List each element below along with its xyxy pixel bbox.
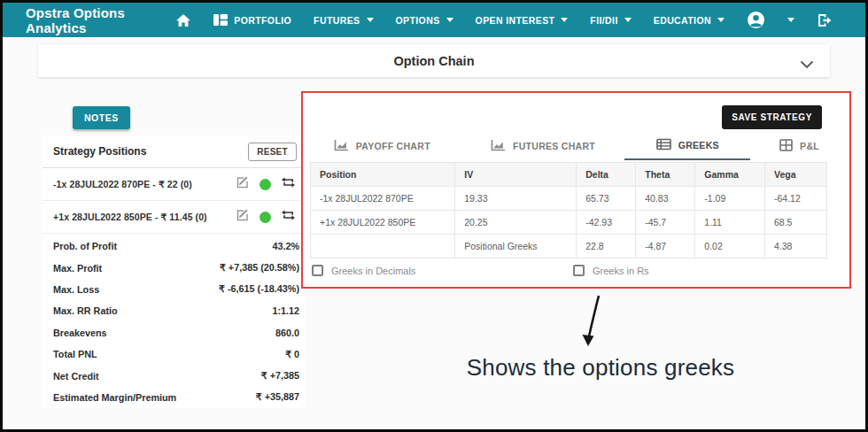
greeks-panel: SAVE STRATEGY PAYOFF CHART FUTURES CHART… <box>303 93 849 287</box>
nav-item-label: PORTFOLIO <box>234 15 291 26</box>
column-header: Position <box>311 163 455 187</box>
stat-label: Prob. of Profit <box>53 241 117 251</box>
nav-item-fiidii[interactable]: FII/DII <box>590 15 631 26</box>
table-cell: Positional Greeks <box>455 235 577 258</box>
stat-label: Total PNL <box>53 349 97 359</box>
caret-down-icon <box>624 18 632 22</box>
stat-value: ₹ 0 <box>285 349 299 360</box>
position-row: +1x 28JUL2022 850PE - ₹ 11.45 (0) <box>43 201 305 234</box>
checkbox-label: Greeks in Decimals <box>331 266 415 276</box>
table-cell <box>311 235 455 258</box>
greeks-in-decimals-checkbox[interactable]: Greeks in Decimals <box>312 265 573 276</box>
option-chain-title: Option Chain <box>393 54 474 68</box>
greeks-table: Position IV Delta Theta Gamma Vega -1x 2… <box>310 162 827 258</box>
home-icon <box>175 13 191 27</box>
table-cell: 68.5 <box>765 211 827 235</box>
nav-item-options[interactable]: OPTIONS <box>396 15 453 26</box>
edit-icon[interactable] <box>236 208 250 226</box>
column-header: IV <box>455 163 577 187</box>
account-button[interactable] <box>747 11 765 29</box>
caret-down-icon <box>717 18 725 22</box>
table-row: +1x 28JUL2022 850PE 20.25 -42.93 -45.7 1… <box>311 211 827 235</box>
stat-label: Max. Loss <box>53 284 99 295</box>
app-title: Opstra Options Analytics <box>26 5 175 35</box>
status-dot-icon[interactable] <box>260 212 271 223</box>
reset-button[interactable]: RESET <box>248 143 297 161</box>
table-cell: 65.73 <box>577 187 636 211</box>
stat-row: Max. Loss ₹ -6,615 (-18.43%) <box>43 279 305 300</box>
option-chain-bar[interactable]: Option Chain <box>38 44 830 77</box>
caret-down-icon <box>446 18 453 22</box>
stat-value: 43.2% <box>272 241 299 251</box>
nav-item-portfolio[interactable]: PORTFOLIO <box>213 14 291 26</box>
home-button[interactable] <box>175 13 191 27</box>
stat-row: Total PNL ₹ 0 <box>43 343 305 365</box>
stat-row: Max. RR Ratio 1:1.12 <box>43 300 305 321</box>
stat-value: ₹ +7,385 (20.58%) <box>220 262 299 274</box>
strategy-stats: Prob. of Profit 43.2% Max. Profit ₹ +7,3… <box>43 234 305 408</box>
logout-button[interactable] <box>817 13 833 27</box>
table-row: -1x 28JUL2022 870PE 19.33 65.73 40.83 -1… <box>311 187 827 211</box>
area-chart-icon <box>491 139 506 153</box>
checkbox-icon[interactable] <box>312 265 323 276</box>
notes-button[interactable]: NOTES <box>73 106 130 129</box>
grid-icon <box>213 14 228 26</box>
nav-item-education[interactable]: EDUCATION <box>654 15 725 26</box>
status-dot-icon[interactable] <box>260 179 271 190</box>
account-menu-toggle[interactable] <box>787 18 794 22</box>
table-cell: -64.12 <box>765 187 827 211</box>
stat-label: Estimated Margin/Premium <box>53 392 176 403</box>
chevron-down-icon[interactable] <box>800 57 814 73</box>
checkbox-label: Greeks in Rs <box>593 266 649 276</box>
table-cell: 40.83 <box>636 187 695 211</box>
app-window: Opstra Options Analytics PORTFOLIO FUTUR… <box>0 0 868 432</box>
tab-label: GREEKS <box>678 140 719 150</box>
tab-payoff-chart[interactable]: PAYOFF CHART <box>303 132 461 160</box>
nav-item-label: OPEN INTEREST <box>476 15 555 26</box>
tab-futures-chart[interactable]: FUTURES CHART <box>461 132 625 160</box>
position-text: -1x 28JUL2022 870PE - ₹ 22 (0) <box>53 179 236 189</box>
greeks-in-rs-checkbox[interactable]: Greeks in Rs <box>573 265 649 276</box>
chart-tabs: PAYOFF CHART FUTURES CHART GREEKS P&L <box>303 132 849 160</box>
stat-label: Max. Profit <box>53 263 102 274</box>
stat-label: Breakevens <box>53 328 107 338</box>
tab-label: P&L <box>800 141 819 151</box>
tab-greeks[interactable]: GREEKS <box>624 132 750 160</box>
column-header: Gamma <box>695 163 765 187</box>
table-row: Positional Greeks 22.8 -4.87 0.02 4.38 <box>311 235 827 258</box>
stat-row: Estimated Margin/Premium ₹ +35,887 <box>43 387 305 408</box>
logout-icon <box>817 13 833 27</box>
table-cell: -1.09 <box>695 187 765 211</box>
repeat-icon[interactable] <box>281 209 296 225</box>
nav-item-futures[interactable]: FUTURES <box>314 15 373 26</box>
table-cell: -45.7 <box>636 211 695 235</box>
stat-value: 1:1.12 <box>272 305 299 316</box>
column-header: Delta <box>577 163 636 187</box>
stat-value: 860.0 <box>275 328 299 338</box>
caret-down-icon <box>367 18 374 22</box>
greeks-table-header-row: Position IV Delta Theta Gamma Vega <box>311 163 827 187</box>
table-rows-icon <box>656 138 671 152</box>
table-cell: -1x 28JUL2022 870PE <box>311 187 455 211</box>
stat-row: Breakevens 860.0 <box>43 322 305 343</box>
edit-icon[interactable] <box>236 175 250 193</box>
nav-item-open-interest[interactable]: OPEN INTEREST <box>476 15 569 26</box>
table-cell: 1.11 <box>695 211 765 235</box>
position-row: -1x 28JUL2022 870PE - ₹ 22 (0) <box>43 168 305 201</box>
table-cell: +1x 28JUL2022 850PE <box>311 211 455 235</box>
checkbox-icon[interactable] <box>573 265 585 276</box>
stat-label: Max. RR Ratio <box>53 305 118 316</box>
tab-pnl[interactable]: P&L <box>750 132 849 160</box>
stat-value: ₹ -6,615 (-18.43%) <box>219 283 299 295</box>
tab-label: PAYOFF CHART <box>356 141 430 151</box>
save-strategy-button[interactable]: SAVE STRATEGY <box>722 105 822 129</box>
table-cell: 20.25 <box>455 211 577 235</box>
stat-row: Prob. of Profit 43.2% <box>43 235 305 257</box>
stat-value: ₹ +7,385 <box>261 370 299 382</box>
area-chart-icon <box>334 139 349 153</box>
stat-row: Max. Profit ₹ +7,385 (20.58%) <box>43 257 305 278</box>
strategy-positions-header: Strategy Positions RESET <box>43 135 305 168</box>
stat-value: ₹ +35,887 <box>256 391 299 403</box>
stat-row: Net Credit ₹ +7,385 <box>43 365 305 386</box>
repeat-icon[interactable] <box>281 176 296 192</box>
